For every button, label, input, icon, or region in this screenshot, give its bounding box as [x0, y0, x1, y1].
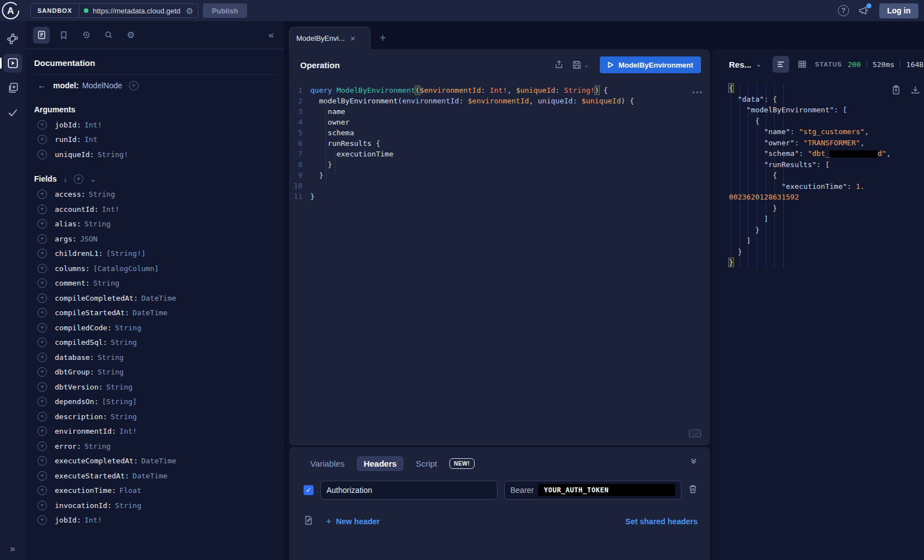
search-icon[interactable]	[100, 27, 117, 44]
collapse-doc-panel-icon[interactable]: «	[269, 30, 276, 41]
add-to-query-icon[interactable]: +	[37, 338, 47, 347]
publish-button[interactable]: Publish	[203, 3, 247, 18]
code-line[interactable]: 1query ModelByEnvironment($environmentId…	[289, 85, 710, 96]
add-to-query-icon[interactable]: +	[37, 515, 47, 525]
field-name[interactable]: jobId:	[55, 121, 81, 129]
code-line[interactable]: 11}	[289, 191, 710, 202]
raw-view-toggle-icon[interactable]	[773, 56, 789, 73]
keyboard-shortcuts-icon[interactable]	[689, 429, 701, 440]
add-to-query-icon[interactable]: +	[37, 486, 47, 495]
back-icon[interactable]: ←	[37, 80, 46, 91]
help-icon[interactable]: ?	[838, 5, 849, 16]
save-options-chevron-icon[interactable]: ⌄	[584, 61, 589, 69]
field-type[interactable]: Int!	[84, 121, 102, 129]
field-type[interactable]: DateTime	[141, 457, 177, 465]
field-type[interactable]: String	[111, 412, 137, 421]
field-type[interactable]: Float	[120, 486, 141, 495]
field-type[interactable]: String	[106, 383, 132, 391]
header-value-input[interactable]: Bearer YOUR_AUTH_TOKEN	[504, 481, 681, 500]
field-name[interactable]: invocationId:	[55, 501, 112, 510]
apollo-logo-icon[interactable]: A	[1, 1, 20, 20]
share-operation-icon[interactable]	[554, 60, 564, 70]
field-name[interactable]: executeCompletedAt:	[55, 457, 138, 465]
field-type[interactable]: Int!	[84, 516, 102, 524]
field-name[interactable]: description:	[55, 412, 107, 421]
add-to-query-icon[interactable]: +	[37, 456, 47, 466]
new-header-button[interactable]: + New header	[326, 516, 380, 527]
run-operation-button[interactable]: ModelByEnvironment	[600, 56, 701, 73]
tab-headers[interactable]: Headers	[357, 456, 403, 471]
code-line[interactable]: 9 }	[289, 170, 710, 181]
add-to-query-icon[interactable]: +	[37, 120, 47, 130]
tab-script[interactable]: Script	[409, 456, 444, 471]
documentation-tab-icon[interactable]	[33, 27, 50, 44]
add-to-query-icon[interactable]: +	[37, 353, 47, 362]
header-key-input[interactable]: Authorization	[320, 481, 497, 500]
field-name[interactable]: args:	[55, 235, 77, 243]
delete-header-icon[interactable]	[688, 484, 698, 496]
table-view-toggle-icon[interactable]	[794, 56, 811, 73]
field-type[interactable]: DateTime	[132, 472, 168, 480]
code-line[interactable]: 8 }	[289, 159, 710, 170]
sort-fields-icon[interactable]: ↓	[63, 175, 67, 183]
add-to-query-icon[interactable]: +	[37, 234, 47, 244]
field-type[interactable]: [String]	[102, 397, 137, 406]
login-button[interactable]: Log in	[879, 3, 918, 18]
response-title[interactable]: Res...	[729, 60, 751, 69]
add-to-query-icon[interactable]: +	[37, 397, 47, 406]
field-type[interactable]: [String!]	[106, 249, 145, 258]
operation-tab[interactable]: ModelByEnvi... ×	[289, 27, 371, 49]
field-type[interactable]: String	[93, 279, 120, 287]
code-line[interactable]: 7 executionTime	[289, 149, 710, 159]
history-icon[interactable]	[78, 27, 94, 44]
code-line[interactable]: 4 owner	[289, 117, 710, 127]
field-name[interactable]: runId:	[55, 135, 81, 144]
field-type[interactable]: String	[111, 338, 137, 347]
save-operation-icon[interactable]: ⌄	[572, 60, 589, 70]
code-line[interactable]: 10	[289, 181, 710, 191]
set-shared-headers-button[interactable]: Set shared headers	[626, 517, 698, 526]
field-type[interactable]: Int!	[120, 427, 137, 435]
explorer-icon[interactable]	[3, 54, 22, 73]
field-name[interactable]: uniqueId:	[55, 150, 94, 159]
endpoint-settings-icon[interactable]: ⚙	[186, 7, 193, 15]
code-line[interactable]: 5 schema	[289, 127, 710, 138]
edit-raw-headers-icon[interactable]	[304, 515, 314, 528]
checks-icon[interactable]	[3, 103, 22, 122]
add-to-query-icon[interactable]: +	[37, 278, 47, 288]
add-to-query-icon[interactable]: +	[37, 442, 47, 451]
field-name[interactable]: jobId:	[55, 516, 81, 524]
tab-variables[interactable]: Variables	[304, 456, 351, 471]
operation-menu-icon[interactable]: •••	[692, 88, 703, 97]
announcements-icon[interactable]	[858, 4, 870, 17]
code-line[interactable]: 6 runResults {	[289, 138, 710, 149]
add-to-query-icon[interactable]: +	[37, 135, 47, 144]
field-type[interactable]: String	[84, 220, 111, 228]
bookmarks-icon[interactable]	[55, 27, 72, 44]
query-editor[interactable]: 1query ModelByEnvironment($environmentId…	[289, 80, 710, 445]
field-name[interactable]: compileCompletedAt:	[55, 294, 138, 302]
field-name[interactable]: database:	[55, 353, 94, 362]
schema-graph-icon[interactable]	[3, 29, 22, 48]
add-to-query-icon[interactable]: +	[37, 219, 47, 229]
code-line[interactable]: 2 modelByEnvironment(environmentId: $env…	[289, 96, 710, 106]
add-to-query-icon[interactable]: +	[37, 367, 47, 377]
field-name[interactable]: dbtGroup:	[55, 368, 94, 376]
add-to-query-icon[interactable]: +	[37, 382, 47, 392]
field-name[interactable]: compiledSql:	[55, 338, 107, 347]
doc-settings-icon[interactable]: ⚙	[122, 27, 139, 44]
add-to-query-icon[interactable]: +	[37, 264, 47, 273]
field-name[interactable]: error:	[55, 442, 81, 450]
field-type[interactable]: String	[97, 368, 124, 376]
field-type[interactable]: Int	[84, 135, 97, 144]
add-to-query-icon[interactable]: +	[37, 189, 47, 199]
add-to-query-icon[interactable]: +	[37, 205, 47, 214]
field-name[interactable]: access:	[55, 190, 86, 198]
add-to-query-icon[interactable]: +	[37, 426, 47, 436]
add-all-fields-icon[interactable]: +	[74, 174, 83, 184]
collapse-settings-panel-icon[interactable]	[690, 457, 698, 467]
expand-rail-icon[interactable]: »	[0, 543, 25, 554]
field-type[interactable]: String	[89, 190, 115, 198]
add-to-query-icon[interactable]: +	[37, 150, 47, 159]
field-name[interactable]: columns:	[55, 264, 90, 273]
